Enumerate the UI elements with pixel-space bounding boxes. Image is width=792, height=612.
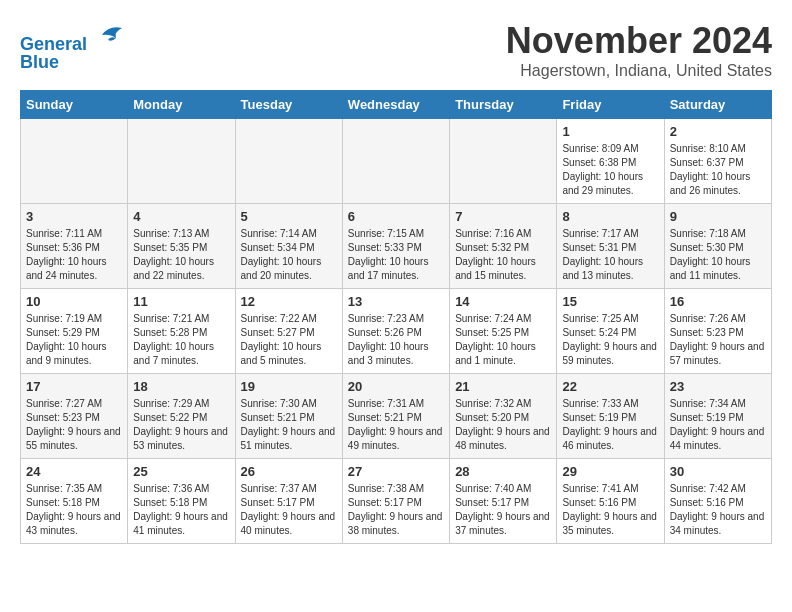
calendar-cell: [450, 119, 557, 204]
calendar-cell: 27Sunrise: 7:38 AM Sunset: 5:17 PM Dayli…: [342, 459, 449, 544]
day-info: Sunrise: 7:33 AM Sunset: 5:19 PM Dayligh…: [562, 397, 658, 453]
day-number: 23: [670, 379, 766, 394]
day-number: 28: [455, 464, 551, 479]
day-info: Sunrise: 7:36 AM Sunset: 5:18 PM Dayligh…: [133, 482, 229, 538]
calendar-cell: [128, 119, 235, 204]
calendar-cell: 23Sunrise: 7:34 AM Sunset: 5:19 PM Dayli…: [664, 374, 771, 459]
day-number: 27: [348, 464, 444, 479]
day-info: Sunrise: 7:13 AM Sunset: 5:35 PM Dayligh…: [133, 227, 229, 283]
calendar-cell: 7Sunrise: 7:16 AM Sunset: 5:32 PM Daylig…: [450, 204, 557, 289]
calendar-cell: 6Sunrise: 7:15 AM Sunset: 5:33 PM Daylig…: [342, 204, 449, 289]
calendar-cell: 19Sunrise: 7:30 AM Sunset: 5:21 PM Dayli…: [235, 374, 342, 459]
calendar-header-tuesday: Tuesday: [235, 91, 342, 119]
location-subtitle: Hagerstown, Indiana, United States: [506, 62, 772, 80]
calendar-cell: 9Sunrise: 7:18 AM Sunset: 5:30 PM Daylig…: [664, 204, 771, 289]
calendar-week-row: 1Sunrise: 8:09 AM Sunset: 6:38 PM Daylig…: [21, 119, 772, 204]
calendar-cell: 28Sunrise: 7:40 AM Sunset: 5:17 PM Dayli…: [450, 459, 557, 544]
calendar-cell: 26Sunrise: 7:37 AM Sunset: 5:17 PM Dayli…: [235, 459, 342, 544]
calendar-cell: 8Sunrise: 7:17 AM Sunset: 5:31 PM Daylig…: [557, 204, 664, 289]
day-number: 6: [348, 209, 444, 224]
day-number: 4: [133, 209, 229, 224]
calendar-cell: 24Sunrise: 7:35 AM Sunset: 5:18 PM Dayli…: [21, 459, 128, 544]
day-number: 2: [670, 124, 766, 139]
calendar-week-row: 24Sunrise: 7:35 AM Sunset: 5:18 PM Dayli…: [21, 459, 772, 544]
day-number: 7: [455, 209, 551, 224]
day-info: Sunrise: 7:18 AM Sunset: 5:30 PM Dayligh…: [670, 227, 766, 283]
day-info: Sunrise: 7:17 AM Sunset: 5:31 PM Dayligh…: [562, 227, 658, 283]
day-info: Sunrise: 7:11 AM Sunset: 5:36 PM Dayligh…: [26, 227, 122, 283]
day-number: 20: [348, 379, 444, 394]
day-info: Sunrise: 7:37 AM Sunset: 5:17 PM Dayligh…: [241, 482, 337, 538]
day-info: Sunrise: 8:09 AM Sunset: 6:38 PM Dayligh…: [562, 142, 658, 198]
day-info: Sunrise: 7:21 AM Sunset: 5:28 PM Dayligh…: [133, 312, 229, 368]
day-info: Sunrise: 7:40 AM Sunset: 5:17 PM Dayligh…: [455, 482, 551, 538]
day-info: Sunrise: 7:19 AM Sunset: 5:29 PM Dayligh…: [26, 312, 122, 368]
day-number: 10: [26, 294, 122, 309]
calendar-cell: 17Sunrise: 7:27 AM Sunset: 5:23 PM Dayli…: [21, 374, 128, 459]
month-title: November 2024: [506, 20, 772, 62]
day-info: Sunrise: 7:35 AM Sunset: 5:18 PM Dayligh…: [26, 482, 122, 538]
calendar-header-thursday: Thursday: [450, 91, 557, 119]
day-number: 12: [241, 294, 337, 309]
calendar-cell: 1Sunrise: 8:09 AM Sunset: 6:38 PM Daylig…: [557, 119, 664, 204]
logo: General Blue: [20, 20, 124, 73]
logo-bird-icon: [94, 20, 124, 50]
day-number: 11: [133, 294, 229, 309]
calendar-cell: 15Sunrise: 7:25 AM Sunset: 5:24 PM Dayli…: [557, 289, 664, 374]
day-number: 1: [562, 124, 658, 139]
day-info: Sunrise: 7:26 AM Sunset: 5:23 PM Dayligh…: [670, 312, 766, 368]
day-number: 29: [562, 464, 658, 479]
calendar-cell: 4Sunrise: 7:13 AM Sunset: 5:35 PM Daylig…: [128, 204, 235, 289]
day-info: Sunrise: 8:10 AM Sunset: 6:37 PM Dayligh…: [670, 142, 766, 198]
day-info: Sunrise: 7:14 AM Sunset: 5:34 PM Dayligh…: [241, 227, 337, 283]
day-number: 8: [562, 209, 658, 224]
calendar-cell: 2Sunrise: 8:10 AM Sunset: 6:37 PM Daylig…: [664, 119, 771, 204]
title-block: November 2024 Hagerstown, Indiana, Unite…: [506, 20, 772, 80]
calendar-cell: 20Sunrise: 7:31 AM Sunset: 5:21 PM Dayli…: [342, 374, 449, 459]
day-number: 26: [241, 464, 337, 479]
day-number: 25: [133, 464, 229, 479]
day-number: 14: [455, 294, 551, 309]
calendar-cell: 3Sunrise: 7:11 AM Sunset: 5:36 PM Daylig…: [21, 204, 128, 289]
calendar-week-row: 10Sunrise: 7:19 AM Sunset: 5:29 PM Dayli…: [21, 289, 772, 374]
calendar-cell: 10Sunrise: 7:19 AM Sunset: 5:29 PM Dayli…: [21, 289, 128, 374]
day-number: 30: [670, 464, 766, 479]
day-number: 5: [241, 209, 337, 224]
day-info: Sunrise: 7:23 AM Sunset: 5:26 PM Dayligh…: [348, 312, 444, 368]
logo-text: General: [20, 20, 124, 56]
calendar-cell: 11Sunrise: 7:21 AM Sunset: 5:28 PM Dayli…: [128, 289, 235, 374]
calendar-header-row: SundayMondayTuesdayWednesdayThursdayFrid…: [21, 91, 772, 119]
calendar-cell: 16Sunrise: 7:26 AM Sunset: 5:23 PM Dayli…: [664, 289, 771, 374]
day-info: Sunrise: 7:34 AM Sunset: 5:19 PM Dayligh…: [670, 397, 766, 453]
day-info: Sunrise: 7:25 AM Sunset: 5:24 PM Dayligh…: [562, 312, 658, 368]
day-info: Sunrise: 7:22 AM Sunset: 5:27 PM Dayligh…: [241, 312, 337, 368]
day-info: Sunrise: 7:29 AM Sunset: 5:22 PM Dayligh…: [133, 397, 229, 453]
day-info: Sunrise: 7:24 AM Sunset: 5:25 PM Dayligh…: [455, 312, 551, 368]
calendar-header-saturday: Saturday: [664, 91, 771, 119]
day-info: Sunrise: 7:31 AM Sunset: 5:21 PM Dayligh…: [348, 397, 444, 453]
day-info: Sunrise: 7:42 AM Sunset: 5:16 PM Dayligh…: [670, 482, 766, 538]
calendar-week-row: 17Sunrise: 7:27 AM Sunset: 5:23 PM Dayli…: [21, 374, 772, 459]
calendar-cell: [235, 119, 342, 204]
calendar-header-sunday: Sunday: [21, 91, 128, 119]
day-number: 16: [670, 294, 766, 309]
day-number: 13: [348, 294, 444, 309]
calendar-header-friday: Friday: [557, 91, 664, 119]
day-info: Sunrise: 7:30 AM Sunset: 5:21 PM Dayligh…: [241, 397, 337, 453]
calendar-cell: 21Sunrise: 7:32 AM Sunset: 5:20 PM Dayli…: [450, 374, 557, 459]
day-number: 15: [562, 294, 658, 309]
calendar-header-monday: Monday: [128, 91, 235, 119]
calendar-cell: 29Sunrise: 7:41 AM Sunset: 5:16 PM Dayli…: [557, 459, 664, 544]
calendar-cell: 30Sunrise: 7:42 AM Sunset: 5:16 PM Dayli…: [664, 459, 771, 544]
day-info: Sunrise: 7:38 AM Sunset: 5:17 PM Dayligh…: [348, 482, 444, 538]
calendar-cell: [21, 119, 128, 204]
calendar-cell: 25Sunrise: 7:36 AM Sunset: 5:18 PM Dayli…: [128, 459, 235, 544]
day-number: 18: [133, 379, 229, 394]
day-number: 9: [670, 209, 766, 224]
day-number: 17: [26, 379, 122, 394]
calendar-cell: 22Sunrise: 7:33 AM Sunset: 5:19 PM Dayli…: [557, 374, 664, 459]
calendar-cell: 12Sunrise: 7:22 AM Sunset: 5:27 PM Dayli…: [235, 289, 342, 374]
calendar-table: SundayMondayTuesdayWednesdayThursdayFrid…: [20, 90, 772, 544]
day-info: Sunrise: 7:41 AM Sunset: 5:16 PM Dayligh…: [562, 482, 658, 538]
day-number: 22: [562, 379, 658, 394]
